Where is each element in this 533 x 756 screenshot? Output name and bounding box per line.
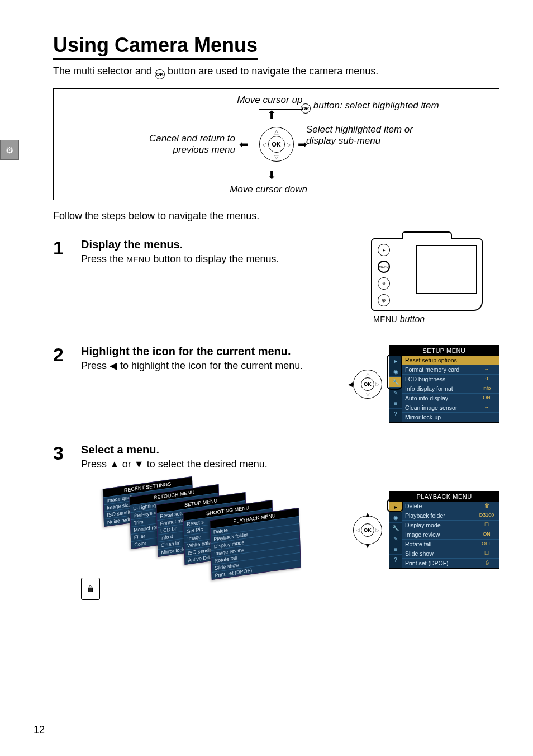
- arrow-up-icon: ⬆: [267, 108, 277, 121]
- ok-small-icon: ⊛: [378, 277, 390, 290]
- ok-button-icon: OK: [268, 136, 285, 153]
- intro-pre: The multi selector and: [53, 65, 155, 77]
- pad-right-icon: ▷: [375, 381, 379, 387]
- menu-row-value: D3100: [478, 512, 496, 519]
- menu-row: Slide show☐: [402, 549, 499, 559]
- caption-post: button: [400, 314, 425, 324]
- lcd-tab-shoot-icon: ◉: [389, 512, 402, 523]
- lcd-tab-setup-icon: 🔧: [389, 523, 402, 533]
- page-title: Using Camera Menus: [53, 34, 258, 60]
- diagram-label-right: Select highlighted item or display sub-m…: [306, 124, 426, 147]
- menu-row: Format memory card--: [402, 365, 499, 375]
- pad-up-icon: △: [366, 371, 370, 377]
- pad-left-icon: ◁: [262, 141, 266, 148]
- diagram-label-left: Cancel and return to previous menu: [123, 133, 235, 155]
- menu-row-value: 🗑: [478, 503, 496, 509]
- menu-row-label: Clean image sensor: [405, 404, 457, 411]
- step-2: 2 Highlight the icon for the current men…: [53, 336, 499, 434]
- pad-right-icon: ▷: [375, 527, 379, 533]
- lcd-tab-help-icon: ?: [389, 409, 402, 419]
- menu-row-label: Print set (DPOF): [405, 560, 449, 566]
- left-triangle-icon: ◀: [110, 360, 117, 371]
- selector-diagram: Move cursor up ⬆ Cancel and return to pr…: [53, 88, 499, 200]
- menu-row-value: ⎙: [478, 560, 496, 566]
- menu-row-value: --: [478, 366, 496, 373]
- step-3: 3 Select a menu. Press ▲ or ▼ to select …: [53, 434, 499, 627]
- step-1: 1 Display the menus. Press the MENU butt…: [53, 229, 499, 336]
- step-number: 1: [53, 238, 71, 324]
- menu-row-label: Image review: [405, 531, 440, 538]
- menu-row: LCD brightness0: [402, 375, 499, 384]
- step-number: 3: [53, 443, 71, 616]
- menu-row: Rotate tallOFF: [402, 540, 499, 549]
- step-text: Press ◀ to highlight the icon for the cu…: [81, 359, 343, 372]
- lcd-rows: Reset setup options--Format memory card-…: [402, 356, 499, 422]
- tab-highlight-box: [387, 354, 402, 390]
- menu-row-label: Reset setup options: [405, 357, 457, 363]
- selector-pad-icon: △ ▽ ◀ ▷ OK: [353, 370, 382, 399]
- menu-row: Print set (DPOF)⎙: [402, 559, 499, 568]
- menu-row-value: --: [478, 404, 496, 411]
- step-number: 2: [53, 345, 71, 423]
- step-text-mid: or: [120, 459, 134, 470]
- step-text: Press ▲ or ▼ to select the desired menu.: [81, 457, 343, 471]
- step-text-pre: Press: [81, 360, 110, 371]
- menu-row-label: Delete: [405, 503, 422, 509]
- diagram-label-ok: OK button: select highlighted item: [301, 100, 457, 114]
- ok-icon: OK: [361, 523, 374, 537]
- step-title: Display the menus.: [81, 238, 361, 251]
- menu-row-value: ON: [478, 531, 496, 538]
- side-tab-icon: ⚙: [0, 140, 19, 160]
- step-text-post: button to display the menus.: [150, 253, 279, 264]
- menu-row-label: Format memory card: [405, 366, 459, 373]
- lcd-tab-retouch-icon: ✎: [389, 533, 402, 544]
- pad-down-icon: ▽: [274, 154, 279, 160]
- caption-menu: MENU: [373, 315, 397, 324]
- menu-row: Info display formatinfo: [402, 384, 499, 394]
- pad-down-icon: ▽: [366, 391, 370, 397]
- menu-row: Delete🗑: [402, 502, 499, 511]
- menu-row-value: OFF: [478, 541, 496, 547]
- ok-pointer-line: [259, 109, 302, 110]
- camera-prism: [402, 231, 452, 239]
- menu-row-label: Info display format: [405, 385, 453, 392]
- menu-row: Auto info displayON: [402, 394, 499, 403]
- menu-row: Playback folderD3100: [402, 511, 499, 521]
- menu-row-value: --: [478, 414, 496, 420]
- menu-row-value: --: [478, 357, 496, 363]
- ok-icon: OK: [361, 377, 374, 391]
- step3-figure: ▲ ▼ ◁ ▷ OK PLAYBACK MENU ▸ ◉ 🔧 ✎ ≡ ?: [353, 443, 499, 616]
- menu-row-label: Mirror lock-up: [405, 414, 441, 420]
- lcd-setup-menu: SETUP MENU ▸ ◉ 🔧 ✎ ≡ ? Reset setup optio…: [389, 345, 499, 423]
- pad-up-active-icon: ▲: [364, 511, 371, 518]
- step-text-pre: Press: [81, 459, 110, 470]
- step-text: Press the MENU button to display the men…: [81, 252, 361, 266]
- menu-row-label: Display mode: [405, 522, 441, 528]
- pad-up-icon: △: [274, 129, 279, 135]
- lcd-title: PLAYBACK MENU: [389, 492, 499, 502]
- intro-text: The multi selector and OK button are use…: [53, 64, 499, 79]
- step-title: Highlight the icon for the current menu.: [81, 345, 343, 358]
- lcd-title: SETUP MENU: [389, 346, 499, 356]
- lcd-rows: Delete🗑Playback folderD3100Display mode☐…: [402, 502, 499, 568]
- menu-word: MENU: [126, 255, 150, 264]
- selector-pad-icon: ▲ ▼ ◁ ▷ OK: [353, 516, 382, 545]
- menu-row-value: ☐: [478, 550, 496, 557]
- menu-row-label: Auto info display: [405, 395, 448, 401]
- tab-highlight-box: [387, 499, 403, 512]
- pad-left-icon: ◁: [356, 527, 360, 533]
- step-text-pre: Press the: [81, 253, 126, 264]
- menu-row: Display mode☐: [402, 521, 499, 530]
- zoom-icon: ⊕: [378, 294, 390, 306]
- camera-figure: ▸ MENU ⊛ ⊕ MENU button: [371, 238, 499, 324]
- step-text-post: to select the desired menu.: [144, 459, 268, 470]
- step-title: Select a menu.: [81, 443, 343, 456]
- down-triangle-icon: ▼: [134, 459, 144, 470]
- follow-text: Follow the steps below to navigate the m…: [53, 210, 499, 222]
- menu-row-label: Rotate tall: [405, 541, 431, 547]
- lcd-tab-recent-icon: ≡: [389, 398, 402, 409]
- up-triangle-icon: ▲: [110, 459, 120, 470]
- menu-row: Reset setup options--: [402, 356, 499, 365]
- menu-row-value: ☐: [478, 522, 496, 528]
- menu-card: PLAYBACK MENUDeletePlayback folderDispla…: [210, 508, 301, 580]
